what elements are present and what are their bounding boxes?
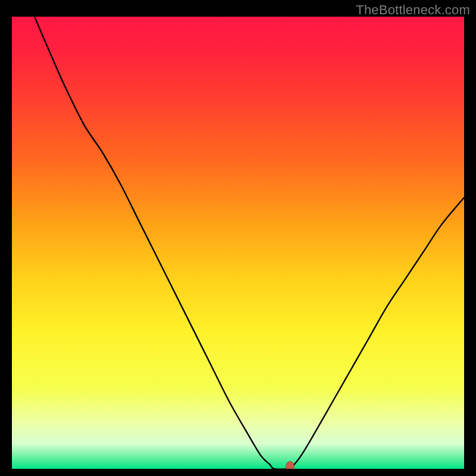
bottleneck-chart xyxy=(12,17,464,469)
svg-rect-0 xyxy=(12,17,464,469)
plot-area xyxy=(12,17,464,469)
watermark: TheBottleneck.com xyxy=(356,2,470,18)
chart-container: TheBottleneck.com xyxy=(0,0,476,476)
